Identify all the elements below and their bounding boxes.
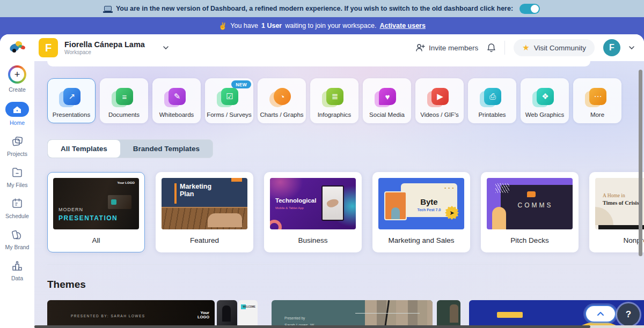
- activate-users-link[interactable]: Activate users: [379, 22, 425, 29]
- users-count: 1 User: [261, 22, 282, 29]
- template-card-pitch-decks[interactable]: COMMS Pitch Decks: [481, 172, 579, 252]
- sidebar-item-data[interactable]: Data: [11, 259, 24, 281]
- sidebar-label-projects: Projects: [7, 151, 27, 157]
- template-card-nonprofit[interactable]: A Home in Times of Crisis Nonprofit: [589, 172, 644, 252]
- main-content: ↗ Presentations ≡ Documents ✎ Whiteboard…: [34, 61, 644, 328]
- create-plus-icon: +: [8, 65, 26, 84]
- template-card-marketing-sales[interactable]: • • • Byte Tech Fest 7.0 ➤ Marketing and…: [372, 172, 470, 252]
- new-version-banner: You are in the new version of Dashboard,…: [0, 0, 644, 17]
- horizontal-scrollbar-track[interactable]: [34, 325, 644, 328]
- category-whiteboards[interactable]: ✎ Whiteboards: [152, 78, 201, 123]
- theme-teal-presentation[interactable]: Presented by Sarah Lowes, W: [272, 300, 433, 328]
- visit-community-button[interactable]: ★ Visit Community: [514, 39, 595, 56]
- template-card-featured[interactable]: Marketing Plan Featured: [156, 172, 253, 252]
- help-button[interactable]: ?: [617, 303, 640, 326]
- category-web-graphics[interactable]: ❖ Web Graphics: [521, 78, 569, 123]
- category-forms-surveys[interactable]: NEW ☑ Forms / Surveys: [205, 78, 253, 123]
- account-chevron-down-icon[interactable]: [629, 45, 634, 50]
- category-presentations[interactable]: ↗ Presentations: [47, 78, 96, 123]
- template-thumb-pitch-decks: COMMS: [487, 178, 573, 229]
- workspace-label: Workspace: [64, 49, 145, 55]
- category-social-media[interactable]: ♥ Social Media: [363, 78, 411, 123]
- sidebar-label-my-files: My Files: [6, 182, 27, 188]
- workspace-avatar[interactable]: F: [39, 38, 58, 57]
- category-printables[interactable]: ⎙ Printables: [468, 78, 516, 123]
- header-right: Invite members ★ Visit Community F: [415, 39, 634, 56]
- template-thumb-nonprofit: A Home in Times of Crisis: [595, 178, 644, 229]
- app-body: + Create Home Projects: [0, 61, 644, 328]
- web-graphics-icon: ❖: [536, 88, 554, 106]
- template-label-all: All: [53, 229, 139, 252]
- users-text-after: waiting to join your workspace.: [285, 22, 376, 29]
- category-documents[interactable]: ≡ Documents: [100, 78, 148, 123]
- vertical-scrollbar[interactable]: [639, 70, 642, 256]
- sidebar-label-schedule: Schedule: [5, 213, 29, 219]
- old-dashboard-toggle[interactable]: [519, 4, 540, 14]
- horizontal-scrollbar-thumb[interactable]: [34, 325, 590, 328]
- sidebar-item-create[interactable]: + Create: [8, 65, 26, 93]
- documents-icon: ≡: [115, 88, 133, 106]
- notifications-bell-icon[interactable]: [487, 43, 496, 53]
- social-media-icon: ♥: [378, 88, 396, 106]
- sidebar-item-schedule[interactable]: Schedule: [5, 197, 29, 219]
- tab-all-templates[interactable]: All Templates: [48, 140, 120, 158]
- theme-dark-presentation[interactable]: PRESENTED BY: SARAH LOWES Your LOGO: [47, 300, 215, 328]
- whiteboards-icon: ✎: [167, 88, 186, 106]
- sidebar-item-my-files[interactable]: My Files: [6, 166, 27, 188]
- workspace-name: Fiorella Cánepa Lama: [64, 40, 145, 49]
- home-icon: [5, 102, 29, 117]
- charts-graphs-icon: ◔: [273, 88, 291, 106]
- user-avatar[interactable]: F: [603, 39, 620, 56]
- dashboard-page: You are in the new version of Dashboard,…: [0, 0, 644, 328]
- template-thumb-marketing-sales: • • • Byte Tech Fest 7.0 ➤: [378, 178, 464, 229]
- scroll-to-top-button[interactable]: [585, 305, 616, 323]
- category-videos-gifs[interactable]: ▶ Videos / GIF's: [415, 78, 464, 123]
- visit-community-label: Visit Community: [534, 44, 586, 52]
- template-card-all[interactable]: Your LOGO MODERN PRESENTATION All: [47, 172, 145, 252]
- tab-branded-templates[interactable]: Branded Templates: [120, 140, 213, 158]
- template-label-featured: Featured: [162, 229, 247, 252]
- sidebar-item-home[interactable]: Home: [5, 102, 29, 126]
- toggle-knob: [531, 5, 539, 13]
- workspace-chevron-down-icon[interactable]: [163, 45, 169, 50]
- brand-swatch-icon: [11, 228, 24, 241]
- category-more[interactable]: ⋯ More: [573, 78, 621, 123]
- section-divider: [47, 264, 631, 265]
- theme-portrait-slide[interactable]: [217, 300, 237, 328]
- visme-logo-icon[interactable]: [10, 41, 27, 55]
- sidebar-label-my-brand: My Brand: [5, 244, 30, 250]
- template-label-marketing-sales: Marketing and Sales: [378, 229, 464, 252]
- template-label-business: Business: [270, 229, 356, 252]
- new-badge: NEW: [231, 80, 251, 88]
- infographics-icon: ≣: [325, 88, 343, 106]
- themes-heading: Themes: [47, 279, 631, 290]
- workspace-meta[interactable]: Fiorella Cánepa Lama Workspace: [64, 40, 145, 55]
- category-charts-graphs[interactable]: ◔ Charts / Graphs: [258, 78, 306, 123]
- templates-tabs: All Templates Branded Templates: [47, 139, 213, 158]
- category-infographics[interactable]: ≣ Infographics: [310, 78, 358, 123]
- theme-chalkboard-slide[interactable]: [437, 300, 460, 328]
- app-header: F Fiorella Cánepa Lama Workspace Invite …: [0, 34, 644, 61]
- sidebar-label-create: Create: [9, 86, 26, 93]
- template-thumb-featured: Marketing Plan: [162, 178, 247, 229]
- invite-members-label: Invite members: [429, 44, 478, 52]
- sidebar-label-data: Data: [11, 275, 23, 281]
- data-podium-icon: [11, 259, 24, 272]
- calendar-icon: [11, 197, 24, 210]
- sidebar-item-my-brand[interactable]: My Brand: [5, 228, 30, 250]
- app-container: F Fiorella Cánepa Lama Workspace Invite …: [0, 34, 644, 328]
- template-card-business[interactable]: Technological Mobile & Tablet App Busine…: [264, 172, 362, 252]
- more-icon: ⋯: [588, 88, 606, 106]
- category-row: ↗ Presentations ≡ Documents ✎ Whiteboard…: [47, 78, 631, 123]
- person-plus-icon: [415, 43, 425, 52]
- template-label-nonprofit: Nonprofit: [595, 229, 644, 252]
- presentations-icon: ↗: [62, 88, 80, 106]
- sidebar-item-projects[interactable]: Projects: [7, 135, 27, 157]
- workspace-users-banner: ✌ You have 1 User waiting to join your w…: [0, 17, 644, 34]
- template-label-pitch-decks: Pitch Decks: [487, 229, 573, 252]
- star-icon: ★: [522, 43, 529, 53]
- invite-members-button[interactable]: Invite members: [415, 43, 478, 52]
- projects-icon: [11, 135, 24, 148]
- theme-welcome-slide[interactable]: WELCOME: [238, 300, 258, 328]
- search-bar-partial[interactable]: [47, 61, 590, 66]
